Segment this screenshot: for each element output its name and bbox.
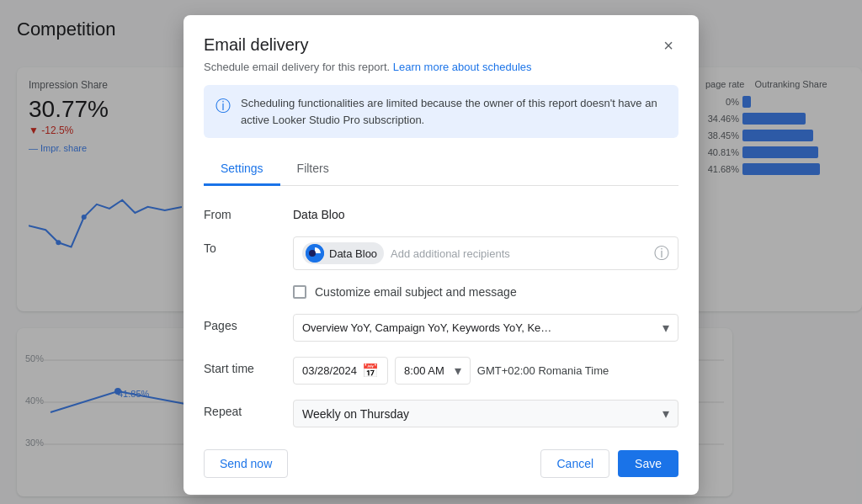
dialog-subtitle: Schedule email delivery for this report.… — [204, 61, 678, 73]
time-select[interactable]: 8:00 AM ▾ — [395, 357, 471, 385]
info-banner-text: Scheduling functionalities are limited b… — [241, 95, 667, 128]
dialog-footer: Send now Cancel Save — [204, 446, 678, 478]
date-value: 03/28/2024 — [302, 364, 357, 377]
save-button[interactable]: Save — [618, 450, 678, 477]
from-value: Data Bloo — [293, 203, 344, 221]
recipient-name: Data Bloo — [329, 247, 377, 260]
info-icon: ⓘ — [216, 96, 231, 116]
start-time-group: 03/28/2024 📅 8:00 AM ▾ GMT+02:00 Romania… — [293, 357, 678, 385]
form-row-from: From Data Bloo — [204, 203, 678, 221]
form-row-start-time: Start time 03/28/2024 📅 8:00 AM ▾ GMT+02… — [204, 357, 678, 385]
tab-filters[interactable]: Filters — [280, 153, 346, 186]
form-row-to: To Data Bloo Add additional recipients ⓘ — [204, 236, 678, 270]
dialog-tabs: Settings Filters — [204, 153, 678, 186]
email-delivery-dialog: Email delivery × Schedule email delivery… — [184, 15, 699, 495]
recipient-chip: Data Bloo — [302, 242, 384, 264]
pages-select[interactable]: Overview YoY, Campaign YoY, Keywords YoY… — [293, 314, 678, 342]
close-button[interactable]: × — [658, 35, 678, 56]
footer-right-buttons: Cancel Save — [540, 449, 678, 478]
form-row-repeat: Repeat Weekly on Thursday ▾ — [204, 400, 678, 427]
chevron-down-icon: ▾ — [662, 320, 669, 336]
customize-row: Customize email subject and message — [293, 285, 678, 299]
time-chevron-icon: ▾ — [455, 363, 461, 379]
learn-more-link[interactable]: Learn more about schedules — [393, 61, 532, 73]
send-now-button[interactable]: Send now — [204, 449, 288, 478]
repeat-label: Repeat — [204, 400, 279, 418]
tab-settings[interactable]: Settings — [204, 153, 280, 186]
svg-point-13 — [309, 250, 316, 257]
customize-label[interactable]: Customize email subject and message — [315, 285, 517, 299]
dialog-title: Email delivery — [204, 35, 308, 55]
pages-value: Overview YoY, Campaign YoY, Keywords YoY… — [302, 321, 555, 334]
from-label: From — [204, 203, 279, 221]
recipients-info-button[interactable]: ⓘ — [654, 243, 669, 263]
avatar — [306, 244, 324, 263]
repeat-value: Weekly on Thursday — [302, 407, 409, 421]
repeat-chevron-icon: ▾ — [662, 406, 669, 422]
to-label: To — [204, 236, 279, 255]
cancel-button[interactable]: Cancel — [540, 449, 609, 478]
form-row-pages: Pages Overview YoY, Campaign YoY, Keywor… — [204, 314, 678, 342]
date-input[interactable]: 03/28/2024 📅 — [293, 357, 388, 385]
start-time-label: Start time — [204, 357, 279, 375]
recipients-box[interactable]: Data Bloo Add additional recipients ⓘ — [293, 236, 678, 270]
info-banner: ⓘ Scheduling functionalities are limited… — [204, 85, 678, 138]
dialog-header: Email delivery × — [204, 35, 678, 56]
repeat-select[interactable]: Weekly on Thursday ▾ — [293, 400, 678, 427]
recipients-placeholder: Add additional recipients — [391, 247, 647, 260]
pages-label: Pages — [204, 314, 279, 332]
time-value: 8:00 AM — [404, 364, 444, 377]
timezone-value: GMT+02:00 Romania Time — [477, 364, 609, 377]
customize-checkbox[interactable] — [293, 285, 306, 299]
calendar-icon: 📅 — [362, 363, 379, 379]
